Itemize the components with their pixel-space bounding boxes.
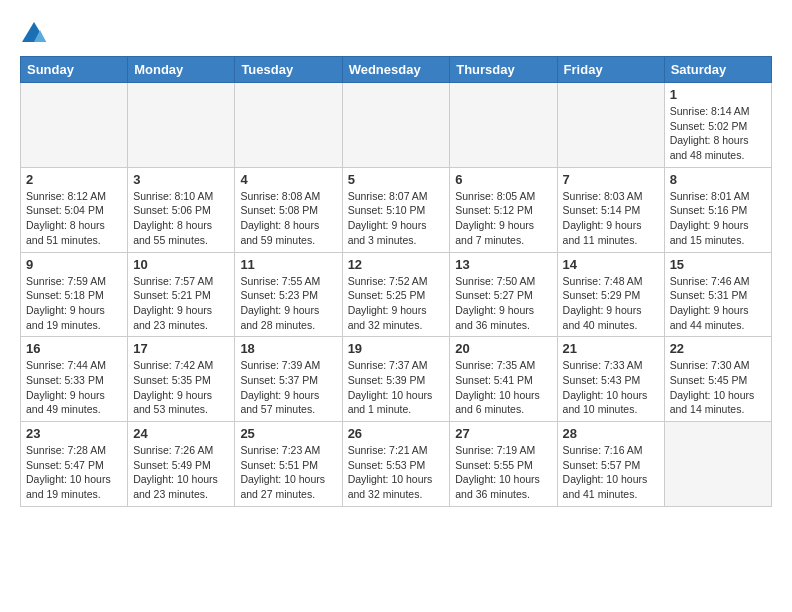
day-info: Sunrise: 7:46 AM Sunset: 5:31 PM Dayligh… bbox=[670, 274, 766, 333]
day-info: Sunrise: 7:16 AM Sunset: 5:57 PM Dayligh… bbox=[563, 443, 659, 502]
day-number: 4 bbox=[240, 172, 336, 187]
day-info: Sunrise: 8:07 AM Sunset: 5:10 PM Dayligh… bbox=[348, 189, 445, 248]
day-info: Sunrise: 7:21 AM Sunset: 5:53 PM Dayligh… bbox=[348, 443, 445, 502]
day-number: 9 bbox=[26, 257, 122, 272]
day-number: 19 bbox=[348, 341, 445, 356]
calendar-cell: 26Sunrise: 7:21 AM Sunset: 5:53 PM Dayli… bbox=[342, 422, 450, 507]
calendar-cell: 22Sunrise: 7:30 AM Sunset: 5:45 PM Dayli… bbox=[664, 337, 771, 422]
calendar-cell: 6Sunrise: 8:05 AM Sunset: 5:12 PM Daylig… bbox=[450, 167, 557, 252]
calendar-cell: 13Sunrise: 7:50 AM Sunset: 5:27 PM Dayli… bbox=[450, 252, 557, 337]
day-info: Sunrise: 7:30 AM Sunset: 5:45 PM Dayligh… bbox=[670, 358, 766, 417]
calendar-cell: 28Sunrise: 7:16 AM Sunset: 5:57 PM Dayli… bbox=[557, 422, 664, 507]
calendar-header-sunday: Sunday bbox=[21, 57, 128, 83]
day-info: Sunrise: 7:35 AM Sunset: 5:41 PM Dayligh… bbox=[455, 358, 551, 417]
calendar-cell: 19Sunrise: 7:37 AM Sunset: 5:39 PM Dayli… bbox=[342, 337, 450, 422]
calendar-cell: 5Sunrise: 8:07 AM Sunset: 5:10 PM Daylig… bbox=[342, 167, 450, 252]
day-number: 12 bbox=[348, 257, 445, 272]
calendar-cell: 18Sunrise: 7:39 AM Sunset: 5:37 PM Dayli… bbox=[235, 337, 342, 422]
header bbox=[20, 16, 772, 48]
calendar-cell bbox=[235, 83, 342, 168]
day-info: Sunrise: 8:03 AM Sunset: 5:14 PM Dayligh… bbox=[563, 189, 659, 248]
day-number: 21 bbox=[563, 341, 659, 356]
week-row-4: 23Sunrise: 7:28 AM Sunset: 5:47 PM Dayli… bbox=[21, 422, 772, 507]
day-info: Sunrise: 8:01 AM Sunset: 5:16 PM Dayligh… bbox=[670, 189, 766, 248]
day-info: Sunrise: 7:52 AM Sunset: 5:25 PM Dayligh… bbox=[348, 274, 445, 333]
day-number: 3 bbox=[133, 172, 229, 187]
day-info: Sunrise: 7:39 AM Sunset: 5:37 PM Dayligh… bbox=[240, 358, 336, 417]
calendar-cell: 7Sunrise: 8:03 AM Sunset: 5:14 PM Daylig… bbox=[557, 167, 664, 252]
calendar-cell: 16Sunrise: 7:44 AM Sunset: 5:33 PM Dayli… bbox=[21, 337, 128, 422]
day-info: Sunrise: 7:26 AM Sunset: 5:49 PM Dayligh… bbox=[133, 443, 229, 502]
calendar-cell: 12Sunrise: 7:52 AM Sunset: 5:25 PM Dayli… bbox=[342, 252, 450, 337]
day-number: 14 bbox=[563, 257, 659, 272]
day-info: Sunrise: 7:33 AM Sunset: 5:43 PM Dayligh… bbox=[563, 358, 659, 417]
calendar-cell: 2Sunrise: 8:12 AM Sunset: 5:04 PM Daylig… bbox=[21, 167, 128, 252]
calendar-cell: 4Sunrise: 8:08 AM Sunset: 5:08 PM Daylig… bbox=[235, 167, 342, 252]
calendar-cell: 9Sunrise: 7:59 AM Sunset: 5:18 PM Daylig… bbox=[21, 252, 128, 337]
day-number: 5 bbox=[348, 172, 445, 187]
day-info: Sunrise: 8:10 AM Sunset: 5:06 PM Dayligh… bbox=[133, 189, 229, 248]
day-info: Sunrise: 8:14 AM Sunset: 5:02 PM Dayligh… bbox=[670, 104, 766, 163]
calendar-cell: 11Sunrise: 7:55 AM Sunset: 5:23 PM Dayli… bbox=[235, 252, 342, 337]
calendar-header-friday: Friday bbox=[557, 57, 664, 83]
day-number: 11 bbox=[240, 257, 336, 272]
calendar-cell: 27Sunrise: 7:19 AM Sunset: 5:55 PM Dayli… bbox=[450, 422, 557, 507]
day-info: Sunrise: 7:57 AM Sunset: 5:21 PM Dayligh… bbox=[133, 274, 229, 333]
day-number: 17 bbox=[133, 341, 229, 356]
calendar-cell: 8Sunrise: 8:01 AM Sunset: 5:16 PM Daylig… bbox=[664, 167, 771, 252]
logo bbox=[20, 20, 52, 48]
calendar-cell: 25Sunrise: 7:23 AM Sunset: 5:51 PM Dayli… bbox=[235, 422, 342, 507]
calendar-cell: 14Sunrise: 7:48 AM Sunset: 5:29 PM Dayli… bbox=[557, 252, 664, 337]
calendar-cell: 3Sunrise: 8:10 AM Sunset: 5:06 PM Daylig… bbox=[128, 167, 235, 252]
calendar-cell bbox=[557, 83, 664, 168]
week-row-3: 16Sunrise: 7:44 AM Sunset: 5:33 PM Dayli… bbox=[21, 337, 772, 422]
day-info: Sunrise: 7:23 AM Sunset: 5:51 PM Dayligh… bbox=[240, 443, 336, 502]
day-number: 6 bbox=[455, 172, 551, 187]
day-number: 23 bbox=[26, 426, 122, 441]
day-info: Sunrise: 7:44 AM Sunset: 5:33 PM Dayligh… bbox=[26, 358, 122, 417]
logo-icon bbox=[20, 20, 48, 48]
calendar-cell bbox=[21, 83, 128, 168]
calendar-cell bbox=[342, 83, 450, 168]
day-info: Sunrise: 7:48 AM Sunset: 5:29 PM Dayligh… bbox=[563, 274, 659, 333]
calendar-cell bbox=[128, 83, 235, 168]
day-number: 26 bbox=[348, 426, 445, 441]
calendar-cell: 23Sunrise: 7:28 AM Sunset: 5:47 PM Dayli… bbox=[21, 422, 128, 507]
day-number: 7 bbox=[563, 172, 659, 187]
calendar-header-wednesday: Wednesday bbox=[342, 57, 450, 83]
day-number: 1 bbox=[670, 87, 766, 102]
day-number: 10 bbox=[133, 257, 229, 272]
week-row-0: 1Sunrise: 8:14 AM Sunset: 5:02 PM Daylig… bbox=[21, 83, 772, 168]
day-info: Sunrise: 7:55 AM Sunset: 5:23 PM Dayligh… bbox=[240, 274, 336, 333]
calendar-cell: 1Sunrise: 8:14 AM Sunset: 5:02 PM Daylig… bbox=[664, 83, 771, 168]
calendar-cell: 24Sunrise: 7:26 AM Sunset: 5:49 PM Dayli… bbox=[128, 422, 235, 507]
day-number: 8 bbox=[670, 172, 766, 187]
day-number: 20 bbox=[455, 341, 551, 356]
calendar-cell bbox=[450, 83, 557, 168]
day-number: 15 bbox=[670, 257, 766, 272]
day-info: Sunrise: 8:05 AM Sunset: 5:12 PM Dayligh… bbox=[455, 189, 551, 248]
day-number: 27 bbox=[455, 426, 551, 441]
day-number: 18 bbox=[240, 341, 336, 356]
day-info: Sunrise: 8:12 AM Sunset: 5:04 PM Dayligh… bbox=[26, 189, 122, 248]
day-number: 24 bbox=[133, 426, 229, 441]
calendar-cell: 17Sunrise: 7:42 AM Sunset: 5:35 PM Dayli… bbox=[128, 337, 235, 422]
calendar-header-thursday: Thursday bbox=[450, 57, 557, 83]
page: SundayMondayTuesdayWednesdayThursdayFrid… bbox=[0, 0, 792, 527]
day-info: Sunrise: 7:59 AM Sunset: 5:18 PM Dayligh… bbox=[26, 274, 122, 333]
day-info: Sunrise: 7:28 AM Sunset: 5:47 PM Dayligh… bbox=[26, 443, 122, 502]
calendar-header-monday: Monday bbox=[128, 57, 235, 83]
calendar-header-saturday: Saturday bbox=[664, 57, 771, 83]
calendar-header-row: SundayMondayTuesdayWednesdayThursdayFrid… bbox=[21, 57, 772, 83]
day-info: Sunrise: 7:37 AM Sunset: 5:39 PM Dayligh… bbox=[348, 358, 445, 417]
day-number: 13 bbox=[455, 257, 551, 272]
day-info: Sunrise: 7:19 AM Sunset: 5:55 PM Dayligh… bbox=[455, 443, 551, 502]
day-info: Sunrise: 7:42 AM Sunset: 5:35 PM Dayligh… bbox=[133, 358, 229, 417]
day-number: 16 bbox=[26, 341, 122, 356]
day-info: Sunrise: 7:50 AM Sunset: 5:27 PM Dayligh… bbox=[455, 274, 551, 333]
day-info: Sunrise: 8:08 AM Sunset: 5:08 PM Dayligh… bbox=[240, 189, 336, 248]
calendar-cell: 10Sunrise: 7:57 AM Sunset: 5:21 PM Dayli… bbox=[128, 252, 235, 337]
calendar-cell bbox=[664, 422, 771, 507]
day-number: 28 bbox=[563, 426, 659, 441]
calendar-table: SundayMondayTuesdayWednesdayThursdayFrid… bbox=[20, 56, 772, 507]
